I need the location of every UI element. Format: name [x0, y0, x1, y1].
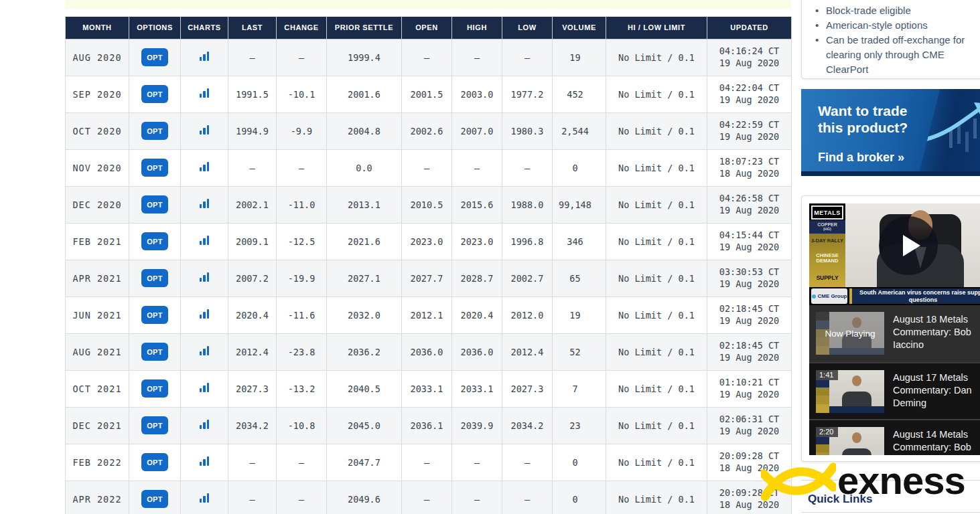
- last-cell: 2020.4: [228, 296, 277, 333]
- options-cell: OPT: [129, 149, 181, 186]
- hi-low-limit-cell: No Limit / 0.1: [606, 112, 707, 149]
- options-button[interactable]: OPT: [141, 48, 168, 66]
- column-header: CHARTS: [181, 17, 228, 39]
- month-cell: DEC 2020: [66, 186, 129, 223]
- volume-cell: 0: [553, 481, 606, 514]
- prior-settle-cell: 2049.6: [327, 481, 402, 514]
- options-button[interactable]: OPT: [141, 490, 168, 508]
- play-button[interactable]: [879, 216, 938, 275]
- table-row: FEB 2022OPT––2047.7–––0No Limit / 0.120:…: [66, 444, 792, 481]
- options-cell: OPT: [129, 407, 181, 444]
- playlist-item[interactable]: 2:20August 14 Metals Commentary: Bob Iac…: [809, 419, 980, 455]
- table-row: FEB 2021OPT2009.1-12.52021.62023.02023.0…: [66, 223, 792, 260]
- options-button[interactable]: OPT: [141, 195, 168, 213]
- low-cell: 1996.8: [502, 223, 553, 260]
- find-broker-link[interactable]: Find a broker »: [818, 151, 904, 165]
- prior-settle-cell: 2021.6: [327, 223, 402, 260]
- chart-icon[interactable]: [200, 199, 210, 208]
- options-cell: OPT: [129, 444, 181, 481]
- video-thumbnail: 1:41: [816, 370, 884, 413]
- table-row: APR 2021OPT2007.2-19.92027.12027.72028.7…: [66, 260, 792, 296]
- options-button[interactable]: OPT: [141, 159, 168, 177]
- table-row: DEC 2021OPT2034.2-10.82045.02036.12039.9…: [66, 407, 792, 444]
- hi-low-limit-cell: No Limit / 0.1: [606, 333, 707, 370]
- last-cell: –: [228, 481, 277, 514]
- prior-settle-cell: 1999.4: [327, 39, 402, 76]
- volume-cell: 346: [553, 223, 606, 260]
- options-button[interactable]: OPT: [141, 85, 168, 103]
- table-row: JUN 2021OPT2020.4-11.62032.02012.12020.4…: [66, 296, 792, 333]
- volume-cell: 19: [553, 39, 606, 76]
- chart-icon[interactable]: [200, 236, 210, 245]
- chart-icon[interactable]: [200, 493, 210, 503]
- volume-cell: 0: [553, 444, 606, 481]
- playlist-item[interactable]: Now PlayingAugust 18 Metals Commentary: …: [809, 305, 980, 362]
- options-cell: OPT: [129, 370, 181, 407]
- hi-low-limit-cell: No Limit / 0.1: [606, 407, 707, 444]
- options-cell: OPT: [129, 112, 181, 149]
- month-cell: DEC 2021: [66, 407, 129, 444]
- last-cell: 2027.3: [228, 370, 277, 407]
- chart-icon[interactable]: [200, 125, 210, 135]
- chart-icon[interactable]: [200, 383, 210, 392]
- column-header: LAST: [228, 17, 277, 39]
- chart-icon[interactable]: [200, 309, 210, 319]
- open-cell: 2023.0: [402, 223, 452, 260]
- month-cell: AUG 2020: [66, 39, 129, 76]
- video-playlist: Now PlayingAugust 18 Metals Commentary: …: [809, 305, 980, 455]
- volume-cell: 19: [553, 296, 606, 333]
- chart-icon[interactable]: [200, 162, 210, 171]
- charts-cell: [181, 296, 228, 333]
- volume-cell: 2,544: [553, 112, 606, 149]
- options-cell: OPT: [129, 186, 181, 223]
- options-button[interactable]: OPT: [141, 232, 168, 250]
- high-cell: –: [452, 149, 502, 186]
- chart-icon[interactable]: [200, 346, 210, 355]
- updated-cell: 03:30:53 CT19 Aug 2020: [707, 260, 792, 296]
- options-button[interactable]: OPT: [141, 269, 168, 287]
- options-button[interactable]: OPT: [141, 379, 168, 398]
- open-cell: 2001.5: [402, 76, 452, 112]
- charts-cell: [181, 481, 228, 514]
- overlay-demand-label: CHINESE DEMAND: [809, 249, 845, 268]
- high-cell: 2028.7: [452, 260, 502, 296]
- updated-cell: 04:22:59 CT19 Aug 2020: [707, 112, 792, 149]
- chart-icon[interactable]: [200, 52, 210, 61]
- chart-icon[interactable]: [200, 88, 210, 98]
- chart-icon[interactable]: [200, 456, 210, 466]
- table-row: NOV 2020OPT––0.0–––0No Limit / 0.118:07:…: [66, 149, 792, 186]
- volume-cell: 99,148: [553, 186, 606, 223]
- month-cell: AUG 2021: [66, 333, 129, 370]
- hi-low-limit-cell: No Limit / 0.1: [606, 370, 707, 407]
- month-cell: NOV 2020: [66, 149, 129, 186]
- volume-cell: 23: [553, 407, 606, 444]
- options-cell: OPT: [129, 296, 181, 333]
- find-broker-banner[interactable]: Want to trade this product? Find a broke…: [801, 89, 980, 176]
- chart-icon[interactable]: [200, 420, 210, 429]
- options-button[interactable]: OPT: [141, 453, 168, 471]
- column-header: OPTIONS: [129, 17, 181, 39]
- playlist-item[interactable]: 1:41August 17 Metals Commentary: Dan Dem…: [809, 362, 980, 419]
- duration-badge: 2:20: [816, 427, 838, 437]
- options-button[interactable]: OPT: [141, 306, 168, 324]
- low-cell: 2012.0: [502, 296, 553, 333]
- hi-low-limit-cell: No Limit / 0.1: [606, 149, 707, 186]
- month-cell: SEP 2020: [66, 76, 129, 112]
- chart-icon[interactable]: [200, 272, 210, 282]
- table-row: AUG 2020OPT––1999.4–––19No Limit / 0.104…: [66, 39, 792, 76]
- hi-low-limit-cell: No Limit / 0.1: [606, 39, 707, 76]
- change-cell: -10.1: [277, 76, 327, 112]
- video-thumbnail: Now Playing: [816, 312, 884, 355]
- quotes-table-body: AUG 2020OPT––1999.4–––19No Limit / 0.104…: [66, 39, 792, 514]
- table-header-row: MONTHOPTIONSCHARTSLASTCHANGEPRIOR SETTLE…: [66, 17, 792, 39]
- column-header: HIGH: [452, 17, 502, 39]
- table-row: APR 2022OPT––2049.6–––0No Limit / 0.120:…: [66, 481, 792, 514]
- hi-low-limit-cell: No Limit / 0.1: [606, 76, 707, 112]
- options-button[interactable]: OPT: [141, 343, 168, 361]
- month-cell: APR 2021: [66, 260, 129, 296]
- quick-links-heading: Quick Links: [808, 493, 872, 506]
- high-cell: 2023.0: [452, 223, 502, 260]
- options-button[interactable]: OPT: [141, 122, 168, 140]
- prior-settle-cell: 0.0: [327, 149, 402, 186]
- options-button[interactable]: OPT: [141, 416, 168, 434]
